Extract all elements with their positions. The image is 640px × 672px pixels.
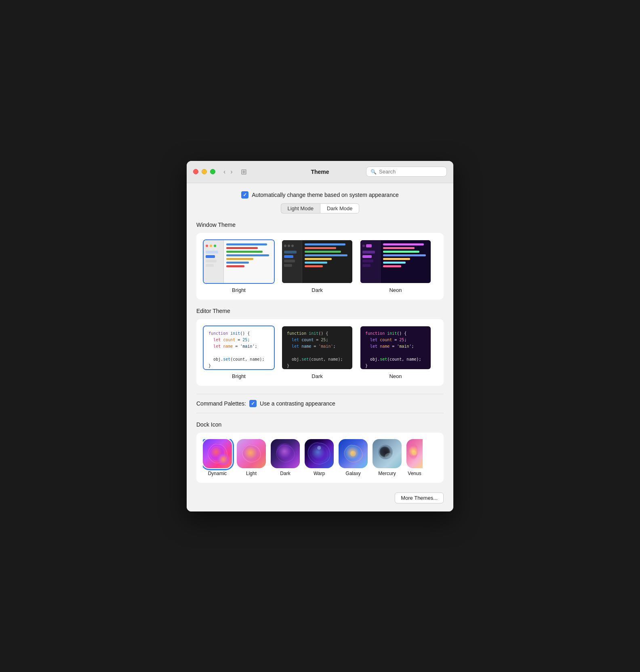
light-icon-bg bbox=[237, 439, 266, 468]
warp-icon-bg bbox=[305, 439, 334, 468]
galaxy-swirl bbox=[339, 439, 368, 468]
editor-theme-neon[interactable]: function init() { let count = 25; let na… bbox=[360, 325, 432, 379]
dock-icon-venus-wrapper bbox=[406, 439, 423, 468]
dark-mode-button[interactable]: Dark Mode bbox=[320, 203, 360, 213]
editor-theme-dark[interactable]: function init() { let count = 25; let na… bbox=[281, 325, 353, 379]
mode-toggle: Light Mode Dark Mode bbox=[196, 203, 444, 213]
mercury-swirl bbox=[373, 439, 402, 468]
dock-icon-dynamic-wrapper bbox=[203, 439, 232, 468]
svg-point-5 bbox=[412, 450, 417, 455]
light-mode-button[interactable]: Light Mode bbox=[281, 203, 320, 213]
window-theme-neon-name: Neon bbox=[389, 287, 402, 293]
editor-theme-neon-name: Neon bbox=[389, 373, 402, 379]
window-themes-section: Bright bbox=[196, 233, 444, 300]
editor-theme-bright[interactable]: function init() { let count = 25; let na… bbox=[203, 325, 275, 379]
command-palettes-checkbox[interactable] bbox=[249, 400, 257, 407]
dock-icon-dark[interactable]: Dark bbox=[271, 439, 300, 476]
nav-buttons: ‹ › ⊞ bbox=[222, 167, 248, 177]
editor-theme-bright-preview: function init() { let count = 25; let na… bbox=[203, 325, 275, 370]
close-button[interactable] bbox=[193, 169, 198, 174]
window-title: Theme bbox=[311, 169, 329, 175]
settings-window: ‹ › ⊞ Theme 🔍 Automatically change theme… bbox=[187, 161, 453, 511]
dock-icon-dark-name: Dark bbox=[280, 471, 290, 476]
dock-icon-venus[interactable]: Venus bbox=[406, 439, 423, 476]
venus-icon-bg bbox=[406, 439, 423, 468]
window-theme-neon-preview bbox=[360, 239, 432, 284]
mercury-icon-bg bbox=[373, 439, 402, 468]
titlebar: ‹ › ⊞ Theme 🔍 bbox=[187, 161, 453, 183]
auto-theme-label: Automatically change theme based on syst… bbox=[252, 192, 398, 198]
editor-theme-bright-name: Bright bbox=[232, 373, 246, 379]
editor-theme-dark-name: Dark bbox=[312, 373, 322, 379]
editor-theme-neon-preview: function init() { let count = 25; let na… bbox=[360, 325, 432, 370]
dock-icons-section: Dynamic Light bbox=[196, 433, 444, 483]
editor-theme-label: Editor Theme bbox=[196, 308, 444, 314]
grid-button[interactable]: ⊞ bbox=[239, 167, 248, 177]
maximize-button[interactable] bbox=[210, 169, 215, 174]
dock-icon-light-name: Light bbox=[246, 471, 257, 476]
dock-icon-mercury-wrapper bbox=[373, 439, 402, 468]
search-input[interactable] bbox=[379, 169, 442, 175]
more-themes-row: More Themes... bbox=[196, 491, 444, 503]
dock-icon-warp-wrapper bbox=[305, 439, 334, 468]
command-palettes-text: Use a contrasting appearance bbox=[260, 400, 335, 407]
traffic-lights bbox=[193, 169, 215, 174]
light-swirl bbox=[237, 439, 266, 468]
svg-point-1 bbox=[350, 451, 356, 456]
dynamic-swirl bbox=[203, 439, 232, 468]
editor-themes-section: function init() { let count = 25; let na… bbox=[196, 319, 444, 386]
dock-icon-mercury[interactable]: Mercury bbox=[373, 439, 402, 476]
dynamic-icon-bg bbox=[203, 439, 232, 468]
window-theme-bright[interactable]: Bright bbox=[203, 239, 275, 293]
command-palettes-label: Command Palettes: bbox=[196, 400, 246, 407]
editor-themes-grid: function init() { let count = 25; let na… bbox=[203, 325, 437, 379]
dock-icon-venus-name: Venus bbox=[408, 471, 421, 476]
content-area: Automatically change theme based on syst… bbox=[187, 183, 453, 511]
venus-swirl bbox=[406, 439, 423, 468]
dock-icon-galaxy[interactable]: Galaxy bbox=[339, 439, 368, 476]
dark-icon-bg bbox=[271, 439, 300, 468]
window-theme-bright-name: Bright bbox=[232, 287, 246, 293]
search-icon: 🔍 bbox=[371, 169, 377, 175]
dock-icon-galaxy-name: Galaxy bbox=[345, 471, 360, 476]
editor-theme-dark-preview: function init() { let count = 25; let na… bbox=[281, 325, 353, 370]
warp-swirl bbox=[305, 439, 334, 468]
galaxy-icon-bg bbox=[339, 439, 368, 468]
window-theme-dark-name: Dark bbox=[312, 287, 322, 293]
forward-button[interactable]: › bbox=[229, 167, 234, 177]
dock-icon-mercury-name: Mercury bbox=[378, 471, 396, 476]
search-bar[interactable]: 🔍 bbox=[366, 167, 447, 177]
dock-icon-galaxy-wrapper bbox=[339, 439, 368, 468]
window-themes-grid: Bright bbox=[203, 239, 437, 293]
auto-theme-checkbox[interactable] bbox=[241, 191, 248, 199]
dock-icon-label: Dock Icon bbox=[196, 421, 444, 428]
dock-icons-grid: Dynamic Light bbox=[203, 439, 437, 476]
dock-icon-light-wrapper bbox=[237, 439, 266, 468]
window-theme-dark[interactable]: Dark bbox=[281, 239, 353, 293]
dock-icon-warp-name: Warp bbox=[314, 471, 325, 476]
auto-theme-row: Automatically change theme based on syst… bbox=[196, 191, 444, 199]
dock-icon-warp[interactable]: Warp bbox=[305, 439, 334, 476]
window-theme-label: Window Theme bbox=[196, 222, 444, 228]
window-theme-dark-preview bbox=[281, 239, 353, 284]
more-themes-button[interactable]: More Themes... bbox=[395, 492, 444, 503]
dark-swirl bbox=[271, 439, 300, 468]
dock-icon-dynamic[interactable]: Dynamic bbox=[203, 439, 232, 476]
svg-point-0 bbox=[317, 446, 321, 449]
back-button[interactable]: ‹ bbox=[222, 167, 227, 177]
dock-icon-dynamic-name: Dynamic bbox=[208, 471, 227, 476]
window-theme-bright-preview bbox=[203, 239, 275, 284]
dock-icon-dark-wrapper bbox=[271, 439, 300, 468]
window-theme-neon[interactable]: Neon bbox=[360, 239, 432, 293]
minimize-button[interactable] bbox=[202, 169, 207, 174]
dock-icon-light[interactable]: Light bbox=[237, 439, 266, 476]
command-palettes-row: Command Palettes: Use a contrasting appe… bbox=[196, 394, 444, 413]
